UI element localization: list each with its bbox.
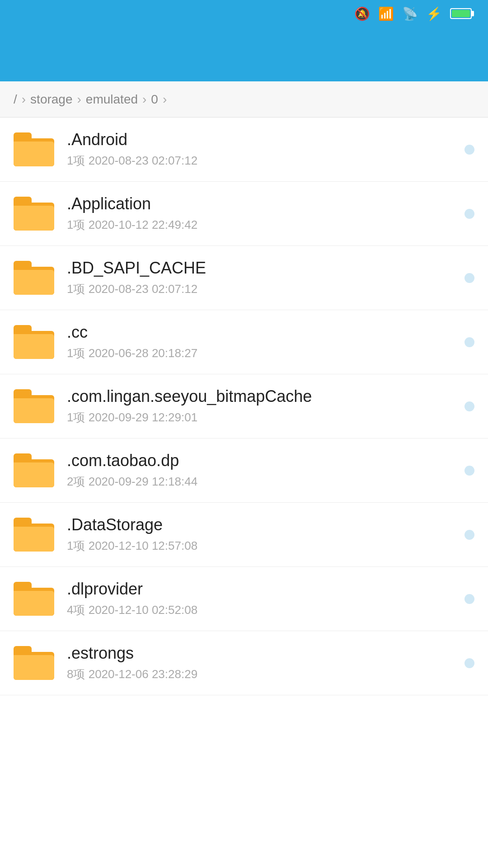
status-right: 🔕 📶 📡 ⚡: [346, 6, 474, 21]
file-select-dot[interactable]: [465, 273, 474, 283]
file-select-dot[interactable]: [465, 401, 474, 411]
file-name: .dlprovider: [67, 580, 457, 599]
folder-icon: [14, 325, 54, 359]
list-item[interactable]: .dlprovider 4项 2020-12-10 02:52:08: [0, 567, 488, 631]
file-name: .Application: [67, 194, 457, 213]
file-meta: 1项 2020-10-12 22:49:42: [67, 217, 457, 233]
file-select-dot[interactable]: [465, 530, 474, 540]
file-meta: 1项 2020-08-23 02:07:12: [67, 281, 457, 297]
file-meta: 4项 2020-12-10 02:52:08: [67, 602, 457, 618]
breadcrumb-0[interactable]: 0: [151, 92, 158, 107]
battery-container: [450, 8, 474, 19]
list-item[interactable]: .com.taobao.dp 2项 2020-09-29 12:18:44: [0, 439, 488, 503]
breadcrumb-root[interactable]: /: [14, 92, 17, 107]
list-item[interactable]: .DataStorage 1项 2020-12-10 12:57:08: [0, 503, 488, 567]
file-meta: 2项 2020-09-29 12:18:44: [67, 474, 457, 490]
file-select-dot[interactable]: [465, 658, 474, 668]
file-info: .com.taobao.dp 2项 2020-09-29 12:18:44: [67, 451, 457, 490]
folder-icon: [14, 582, 54, 616]
breadcrumb-sep-0: ›: [22, 92, 26, 107]
signal-icon: 📡: [402, 6, 418, 21]
breadcrumb-sep-1: ›: [77, 92, 81, 107]
file-info: .BD_SAPI_CACHE 1项 2020-08-23 02:07:12: [67, 259, 457, 297]
breadcrumb-storage[interactable]: storage: [30, 92, 72, 107]
folder-icon: [14, 453, 54, 487]
file-select-dot[interactable]: [465, 145, 474, 155]
breadcrumb: / › storage › emulated › 0 ›: [0, 81, 488, 118]
file-name: .estrongs: [67, 644, 457, 663]
folder-icon: [14, 197, 54, 231]
list-item[interactable]: .com.lingan.seeyou_bitmapCache 1项 2020-0…: [0, 374, 488, 439]
file-name: .BD_SAPI_CACHE: [67, 259, 457, 278]
breadcrumb-sep-2: ›: [142, 92, 146, 107]
file-meta: 8项 2020-12-06 23:28:29: [67, 666, 457, 682]
breadcrumb-emulated[interactable]: emulated: [86, 92, 138, 107]
file-info: .estrongs 8项 2020-12-06 23:28:29: [67, 644, 457, 682]
file-info: .Application 1项 2020-10-12 22:49:42: [67, 194, 457, 233]
breadcrumb-sep-3: ›: [163, 92, 167, 107]
list-item[interactable]: .BD_SAPI_CACHE 1项 2020-08-23 02:07:12: [0, 246, 488, 310]
file-info: .DataStorage 1项 2020-12-10 12:57:08: [67, 515, 457, 554]
file-name: .com.lingan.seeyou_bitmapCache: [67, 387, 457, 406]
file-name: .cc: [67, 323, 457, 342]
file-meta: 1项 2020-09-29 12:29:01: [67, 410, 457, 425]
status-bar: 🔕 📶 📡 ⚡: [0, 0, 488, 27]
folder-icon: [14, 261, 54, 295]
file-meta: 1项 2020-12-10 12:57:08: [67, 538, 457, 554]
folder-icon: [14, 132, 54, 166]
file-select-dot[interactable]: [465, 209, 474, 219]
folder-icon: [14, 518, 54, 552]
list-item[interactable]: .estrongs 8项 2020-12-06 23:28:29: [0, 631, 488, 695]
file-select-dot[interactable]: [465, 594, 474, 604]
file-select-dot[interactable]: [465, 466, 474, 476]
file-name: .Android: [67, 130, 457, 149]
mute-icon: 🔕: [354, 6, 370, 21]
file-meta: 1项 2020-08-23 02:07:12: [67, 153, 457, 169]
folder-icon: [14, 389, 54, 423]
folder-icon: [14, 646, 54, 680]
file-select-dot[interactable]: [465, 337, 474, 347]
list-item[interactable]: .Application 1项 2020-10-12 22:49:42: [0, 182, 488, 246]
file-info: .cc 1项 2020-06-28 20:18:27: [67, 323, 457, 361]
file-name: .DataStorage: [67, 515, 457, 534]
bolt-icon: ⚡: [426, 6, 442, 21]
battery-icon: [450, 8, 472, 19]
app-bar: [0, 27, 488, 81]
file-name: .com.taobao.dp: [67, 451, 457, 470]
list-item[interactable]: .cc 1项 2020-06-28 20:18:27: [0, 310, 488, 374]
list-item[interactable]: .Android 1项 2020-08-23 02:07:12: [0, 118, 488, 182]
file-list: .Android 1项 2020-08-23 02:07:12 .Applica…: [0, 118, 488, 695]
file-info: .dlprovider 4项 2020-12-10 02:52:08: [67, 580, 457, 618]
wifi-icon: 📶: [378, 6, 394, 21]
file-meta: 1项 2020-06-28 20:18:27: [67, 345, 457, 361]
file-info: .com.lingan.seeyou_bitmapCache 1项 2020-0…: [67, 387, 457, 425]
file-info: .Android 1项 2020-08-23 02:07:12: [67, 130, 457, 169]
battery-fill: [452, 10, 470, 17]
